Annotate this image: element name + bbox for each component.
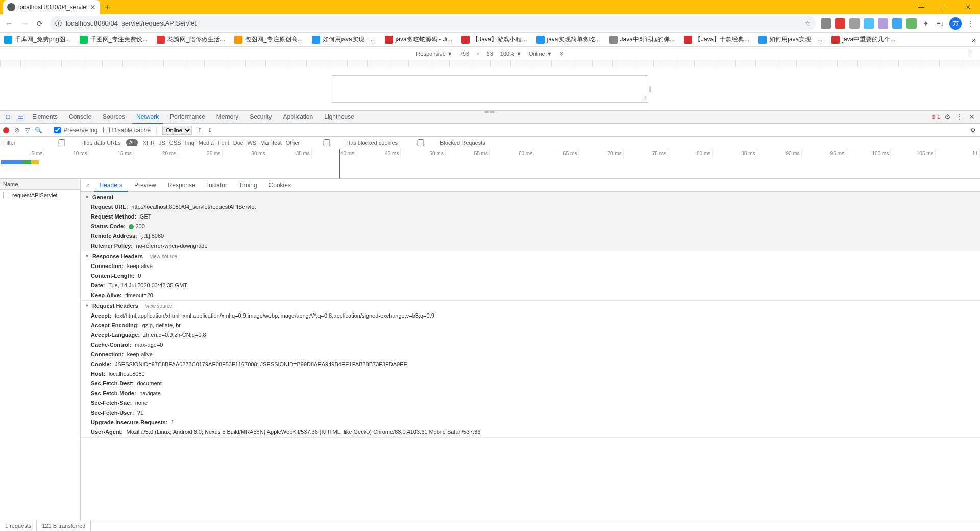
settings-gear-icon[interactable]: ⚙ [942, 112, 952, 122]
close-devtools-icon[interactable]: ✕ [967, 112, 977, 122]
bookmark-item[interactable]: 花瓣网_陪你做生活... [157, 35, 225, 44]
detail-tab-preview[interactable]: Preview [129, 179, 161, 192]
detail-tab-initiator[interactable]: Initiator [202, 179, 232, 192]
forward-icon[interactable]: → [19, 18, 30, 29]
ext-icon[interactable] [835, 18, 845, 29]
preserve-log-checkbox[interactable]: Preserve log [54, 127, 97, 134]
record-button[interactable] [3, 127, 9, 133]
reload-icon[interactable]: ⟳ [35, 18, 45, 29]
devtools-tab-elements[interactable]: Elements [28, 110, 62, 124]
back-icon[interactable]: ← [4, 18, 14, 29]
close-window-button[interactable]: ✕ [957, 0, 980, 14]
bookmark-item[interactable]: 千图网_专注免费设... [80, 35, 148, 44]
bookmark-item[interactable]: Java中对话框的弹... [609, 35, 675, 44]
request-headers-header[interactable]: ▼Request Headersview source [81, 301, 980, 311]
ext-icon[interactable] [906, 18, 917, 29]
filter-doc[interactable]: Doc [233, 140, 243, 146]
filter-all[interactable]: All [126, 139, 138, 146]
throttle-select[interactable]: Online [162, 126, 192, 135]
name-column-header[interactable]: Name [0, 179, 80, 190]
bookmark-item[interactable]: 如何用java实现一... [758, 35, 822, 44]
site-info-icon[interactable]: ⓘ [55, 19, 62, 28]
corner-resize-icon[interactable]: ◿ [642, 94, 646, 101]
view-source-link[interactable]: view source [150, 254, 177, 259]
request-row[interactable]: requestAPIServlet [0, 190, 80, 200]
extensions-puzzle-icon[interactable]: ✦ [921, 18, 931, 29]
filter-js[interactable]: JS [159, 140, 165, 146]
devtools-tab-lighthouse[interactable]: Lighthouse [320, 110, 359, 124]
throttle-select[interactable]: Online ▼ [529, 51, 552, 57]
inspect-icon[interactable]: ⯐ [3, 112, 13, 122]
timeline-cursor[interactable] [339, 149, 340, 178]
devtools-tab-performance[interactable]: Performance [165, 110, 210, 124]
has-blocked-cookies-checkbox[interactable]: Has blocked cookies [309, 139, 398, 146]
ext-icon[interactable] [821, 18, 831, 29]
browser-tab[interactable]: localhost:8080/04_servlet/req ✕ [3, 0, 100, 14]
devtools-tab-memory[interactable]: Memory [212, 110, 243, 124]
maximize-button[interactable]: ☐ [933, 0, 957, 14]
timeline[interactable]: 5 ms10 ms15 ms20 ms25 ms30 ms35 ms40 ms4… [0, 149, 980, 179]
filter-toggle-icon[interactable]: ▽ [25, 127, 30, 134]
minimize-button[interactable]: — [910, 0, 933, 14]
filter-xhr[interactable]: XHR [143, 140, 155, 146]
bookmark-item[interactable]: java实现简单贪吃... [536, 35, 600, 44]
device-height[interactable]: 63 [487, 51, 493, 57]
filter-input[interactable] [3, 140, 39, 146]
bookmark-item[interactable]: 【Java】游戏小程... [461, 35, 527, 44]
bookmark-item[interactable]: java贪吃蛇源码 - Ji... [385, 35, 452, 44]
filter-font[interactable]: Font [218, 140, 229, 146]
bookmarks-overflow-icon[interactable]: » [972, 36, 976, 44]
new-tab-button[interactable]: + [100, 2, 114, 13]
disable-cache-checkbox[interactable]: Disable cache [103, 127, 151, 134]
bookmark-item[interactable]: 包图网_专注原创商... [234, 35, 303, 44]
device-menu-icon[interactable]: ⋮ [968, 50, 974, 57]
filter-other[interactable]: Other [286, 140, 300, 146]
filter-ws[interactable]: WS [247, 140, 256, 146]
device-toggle-icon[interactable]: ▭ [15, 112, 26, 122]
error-count[interactable]: ⊗ 1 [931, 114, 940, 120]
blocked-requests-checkbox[interactable]: Blocked Requests [403, 139, 485, 146]
detail-tab-headers[interactable]: Headers [94, 179, 128, 192]
omnibox[interactable]: ⓘ localhost:8080/04_servlet/requestAPISe… [50, 16, 816, 31]
resize-handle-icon[interactable]: ‖ [649, 85, 652, 92]
menu-kebab-icon[interactable]: ⋮ [966, 18, 976, 29]
devtools-tab-sources[interactable]: Sources [98, 110, 130, 124]
ext-icon[interactable] [878, 18, 888, 29]
download-icon[interactable]: ↧ [207, 127, 212, 134]
detail-tab-response[interactable]: Response [163, 179, 201, 192]
search-icon[interactable]: 🔍 [35, 127, 42, 134]
devtools-tab-console[interactable]: Console [64, 110, 96, 124]
ext-icon[interactable] [864, 18, 874, 29]
drag-handle-icon[interactable]: ══ [484, 108, 495, 115]
devtools-tab-application[interactable]: Application [279, 110, 318, 124]
ext-icon[interactable] [849, 18, 860, 29]
clear-icon[interactable]: ⊘ [14, 126, 20, 134]
hide-data-urls-checkbox[interactable]: Hide data URLs [44, 139, 121, 146]
close-detail-icon[interactable]: × [83, 181, 93, 189]
network-settings-icon[interactable]: ⚙ [970, 127, 976, 134]
filter-media[interactable]: Media [199, 140, 214, 146]
filter-css[interactable]: CSS [169, 140, 181, 146]
general-header[interactable]: ▼General [81, 192, 980, 202]
devtools-menu-icon[interactable]: ⋮ [954, 112, 965, 122]
bookmark-item[interactable]: 千库网_免费png图... [4, 35, 70, 44]
close-tab-icon[interactable]: ✕ [90, 3, 96, 11]
reading-list-icon[interactable]: ≡↓ [935, 18, 945, 29]
response-headers-header[interactable]: ▼Response Headersview source [81, 251, 980, 261]
profile-avatar[interactable]: 方 [949, 17, 962, 30]
ext-icon[interactable] [892, 18, 902, 29]
bookmark-item[interactable]: java中重要的几个... [831, 35, 895, 44]
filter-manifest[interactable]: Manifest [260, 140, 282, 146]
filter-img[interactable]: Img [185, 140, 194, 146]
zoom-select[interactable]: 100% ▼ [500, 51, 522, 57]
device-width[interactable]: 793 [460, 51, 469, 57]
device-mode-select[interactable]: Responsive ▼ [416, 51, 452, 57]
rotate-icon[interactable]: ⊘ [559, 50, 564, 57]
bookmark-item[interactable]: 【Java】十款经典... [684, 35, 749, 44]
detail-tab-timing[interactable]: Timing [234, 179, 262, 192]
detail-tab-cookies[interactable]: Cookies [264, 179, 296, 192]
view-source-link[interactable]: view source [145, 303, 173, 309]
bookmark-star-icon[interactable]: ☆ [804, 19, 811, 27]
bookmark-item[interactable]: 如何用java实现一... [312, 35, 376, 44]
upload-icon[interactable]: ↥ [197, 127, 202, 134]
